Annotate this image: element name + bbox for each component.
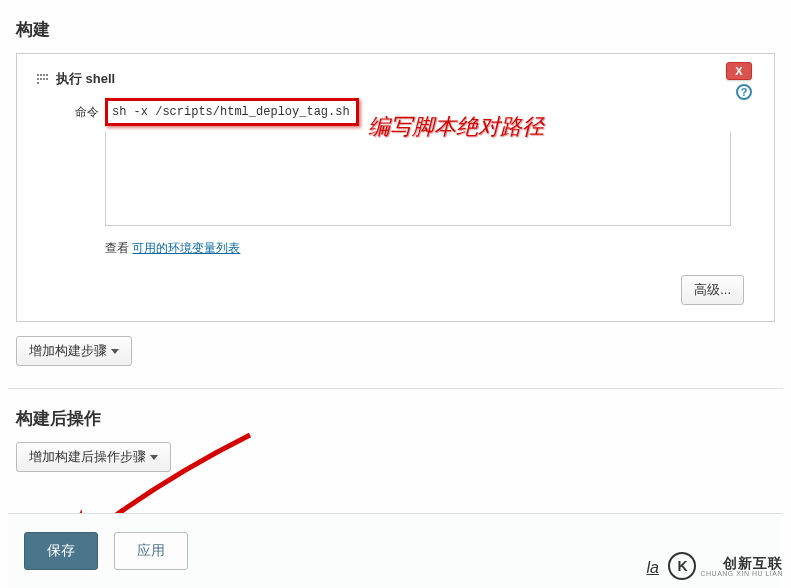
add-post-build-step-button[interactable]: 增加构建后操作步骤	[16, 442, 171, 472]
execute-shell-block: 执行 shell X ? 命令 查看 可用的环境变量列表 高级...	[16, 53, 775, 322]
see-env-vars-row: 查看 可用的环境变量列表	[105, 240, 754, 257]
advanced-label: 高级...	[694, 281, 731, 299]
command-label: 命令	[75, 98, 105, 121]
brand-en: CHUANG XIN HU LIAN	[700, 570, 783, 577]
post-build-section-title: 构建后操作	[16, 407, 775, 430]
post-build-section: 构建后操作 增加构建后操作步骤	[8, 389, 783, 494]
save-button[interactable]: 保存	[24, 532, 98, 570]
block-title: 执行 shell	[56, 70, 115, 88]
brand-cn: 创新互联	[700, 556, 783, 570]
advanced-button[interactable]: 高级...	[681, 275, 744, 305]
add-build-step-label: 增加构建步骤	[29, 342, 107, 360]
logo-mark: K	[668, 552, 696, 580]
chevron-down-icon	[150, 455, 158, 460]
block-header: 执行 shell	[37, 70, 754, 88]
command-input[interactable]	[108, 101, 356, 123]
env-vars-link[interactable]: 可用的环境变量列表	[132, 241, 240, 255]
command-row: 命令	[75, 98, 754, 126]
command-textarea[interactable]	[105, 132, 731, 226]
edit-icon: la	[646, 559, 658, 577]
build-section: 构建 执行 shell X ? 命令 查看 可用的环境变量列表	[8, 0, 783, 389]
highlight-box	[105, 98, 359, 126]
build-section-title: 构建	[16, 18, 775, 41]
add-post-build-step-label: 增加构建后操作步骤	[29, 448, 146, 466]
delete-step-button[interactable]: X	[726, 62, 752, 80]
add-build-step-button[interactable]: 增加构建步骤	[16, 336, 132, 366]
apply-button[interactable]: 应用	[114, 532, 188, 570]
chevron-down-icon	[111, 349, 119, 354]
drag-handle-icon[interactable]	[37, 74, 48, 85]
help-icon[interactable]: ?	[736, 84, 752, 100]
brand-area: la K 创新互联 CHUANG XIN HU LIAN	[646, 552, 783, 580]
see-prefix: 查看	[105, 241, 132, 255]
brand-logo: K 创新互联 CHUANG XIN HU LIAN	[668, 552, 783, 580]
